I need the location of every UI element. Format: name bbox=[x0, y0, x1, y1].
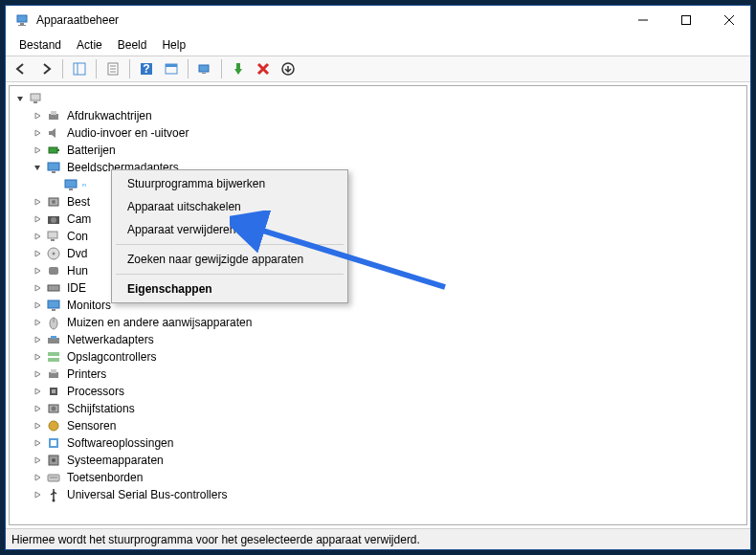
expand-icon[interactable] bbox=[31, 212, 44, 226]
tree-category-label: Best bbox=[65, 194, 92, 210]
enable-button[interactable] bbox=[227, 57, 250, 80]
svg-rect-1 bbox=[20, 23, 24, 25]
svg-rect-48 bbox=[48, 358, 59, 362]
statusbar: Hiermee wordt het stuurprogramma voor he… bbox=[6, 528, 750, 549]
expand-icon[interactable] bbox=[31, 247, 44, 260]
toolbar-separator bbox=[221, 59, 222, 78]
properties-button[interactable] bbox=[101, 57, 124, 80]
svg-point-32 bbox=[52, 200, 56, 204]
tree-category-label: Muizen en andere aanwijsapparaten bbox=[65, 315, 254, 330]
toolbar: ? bbox=[6, 56, 750, 82]
tree-category[interactable]: Toetsenborden bbox=[11, 469, 745, 486]
svg-rect-35 bbox=[48, 232, 57, 238]
svg-rect-52 bbox=[52, 389, 56, 393]
help-button[interactable]: ? bbox=[135, 57, 158, 80]
tree-category[interactable]: Systeemapparaten bbox=[11, 452, 745, 469]
statusbar-text: Hiermee wordt het stuurprogramma voor he… bbox=[11, 533, 420, 546]
disc-icon bbox=[46, 246, 61, 261]
ctx-properties[interactable]: Eigenschappen bbox=[114, 278, 345, 300]
ctx-remove-device[interactable]: Apparaat verwijderen bbox=[114, 218, 345, 241]
menu-action[interactable]: Actie bbox=[69, 35, 110, 55]
tree-category[interactable]: Processors bbox=[11, 383, 745, 400]
expand-icon[interactable] bbox=[31, 264, 44, 278]
sensor-icon bbox=[46, 418, 61, 433]
cpu-icon bbox=[46, 384, 61, 399]
minimize-button[interactable] bbox=[621, 6, 664, 34]
svg-rect-24 bbox=[51, 111, 56, 115]
expand-icon[interactable] bbox=[31, 454, 44, 467]
menu-view[interactable]: Beeld bbox=[110, 35, 155, 55]
tree-root[interactable] bbox=[11, 90, 745, 107]
forward-button[interactable] bbox=[34, 57, 57, 80]
expand-icon[interactable] bbox=[31, 402, 44, 415]
titlebar[interactable]: Apparaatbeheer bbox=[6, 6, 750, 34]
ctx-disable-device[interactable]: Apparaat uitschakelen bbox=[114, 195, 345, 218]
display-icon bbox=[46, 160, 61, 175]
storage-icon bbox=[46, 349, 61, 365]
software-icon bbox=[46, 435, 61, 451]
expand-icon[interactable] bbox=[31, 419, 44, 433]
svg-rect-26 bbox=[57, 149, 59, 151]
svg-rect-7 bbox=[74, 63, 85, 75]
maximize-button[interactable] bbox=[664, 6, 707, 34]
usb-icon bbox=[46, 487, 61, 502]
expand-icon[interactable] bbox=[31, 436, 44, 450]
svg-rect-42 bbox=[52, 309, 56, 311]
expand-icon[interactable] bbox=[31, 471, 44, 484]
svg-rect-25 bbox=[49, 147, 57, 153]
tree-category-label: Toetsenborden bbox=[65, 470, 145, 485]
update-driver-button[interactable] bbox=[277, 57, 300, 80]
expand-icon[interactable] bbox=[31, 195, 44, 209]
expand-icon[interactable] bbox=[31, 144, 44, 157]
toolbar-separator bbox=[188, 59, 189, 78]
expand-icon[interactable] bbox=[31, 367, 44, 381]
tree-category[interactable]: Sensoren bbox=[11, 417, 745, 434]
tree-category-label: Monitors bbox=[65, 298, 113, 313]
expand-icon[interactable] bbox=[31, 350, 44, 364]
tree-category[interactable]: Batterijen bbox=[11, 142, 745, 159]
svg-point-34 bbox=[51, 217, 56, 223]
svg-rect-28 bbox=[52, 171, 56, 173]
ctx-scan-hardware[interactable]: Zoeken naar gewijzigde apparaten bbox=[114, 248, 345, 271]
expand-icon[interactable] bbox=[31, 299, 44, 312]
expand-icon[interactable] bbox=[31, 161, 44, 174]
svg-rect-0 bbox=[17, 15, 27, 22]
scan-hardware-button[interactable] bbox=[193, 57, 216, 80]
uninstall-button[interactable] bbox=[252, 57, 275, 80]
menu-help[interactable]: Help bbox=[154, 35, 193, 55]
menu-file[interactable]: Bestand bbox=[11, 35, 69, 55]
tree-category-label: Softwareoplossingen bbox=[65, 435, 175, 451]
tree-category[interactable]: Schijfstations bbox=[11, 400, 745, 417]
tree-category[interactable]: Netwerkadapters bbox=[11, 331, 745, 348]
expand-icon[interactable] bbox=[31, 333, 44, 346]
back-button[interactable] bbox=[10, 57, 33, 80]
expand-icon[interactable] bbox=[31, 109, 44, 122]
expand-icon[interactable] bbox=[31, 126, 44, 140]
expand-icon[interactable] bbox=[31, 281, 44, 295]
svg-rect-47 bbox=[48, 352, 59, 356]
svg-rect-39 bbox=[49, 267, 58, 275]
show-hide-tree-button[interactable] bbox=[68, 57, 91, 80]
ctx-update-driver[interactable]: Stuurprogramma bijwerken bbox=[114, 172, 345, 195]
tree-category[interactable]: Opslagcontrollers bbox=[11, 348, 745, 366]
expand-icon[interactable] bbox=[31, 488, 44, 501]
tree-content[interactable]: AfdrukwachtrijenAudio-invoer en -uitvoer… bbox=[9, 85, 747, 525]
tree-category[interactable]: Softwareoplossingen bbox=[11, 434, 745, 452]
expand-icon[interactable] bbox=[13, 92, 27, 105]
tree-category[interactable]: Universal Serial Bus-controllers bbox=[11, 486, 745, 503]
tree-category[interactable]: Afdrukwachtrijen bbox=[11, 107, 745, 124]
tree-category[interactable]: Muizen en andere aanwijsapparaten bbox=[11, 314, 745, 331]
expand-icon[interactable] bbox=[31, 230, 44, 243]
toolbar-icon[interactable] bbox=[160, 57, 183, 80]
monitor-icon bbox=[46, 298, 61, 313]
tree-category[interactable]: Audio-invoer en -uitvoer bbox=[11, 124, 745, 142]
expand-icon[interactable] bbox=[31, 385, 44, 398]
svg-rect-41 bbox=[48, 300, 59, 308]
tree-category[interactable]: Printers bbox=[11, 366, 745, 383]
close-button[interactable] bbox=[707, 6, 750, 34]
mouse-icon bbox=[46, 315, 61, 330]
expand-icon[interactable] bbox=[31, 316, 44, 329]
svg-rect-40 bbox=[48, 285, 59, 291]
ide-icon bbox=[46, 280, 61, 296]
svg-text:?: ? bbox=[143, 62, 149, 76]
